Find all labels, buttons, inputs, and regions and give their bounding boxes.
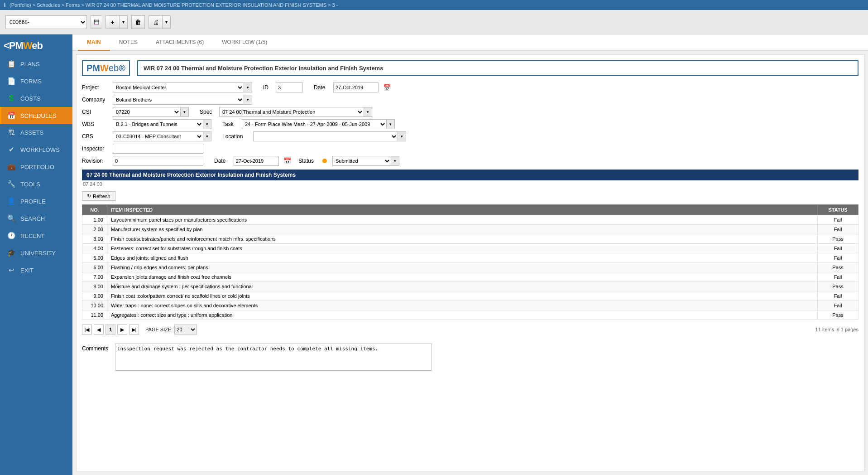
page-size-select[interactable]: 20 xyxy=(174,325,197,334)
spec-select-arrow[interactable]: ▾ xyxy=(364,107,372,117)
status-select[interactable]: Submitted xyxy=(332,156,391,166)
sidebar-label-university: UNIVERSITY xyxy=(20,250,56,257)
sidebar-item-costs[interactable]: 💲 COSTS xyxy=(0,90,72,107)
status-select-arrow[interactable]: ▾ xyxy=(391,156,399,166)
page-prev-button[interactable]: ◀ xyxy=(94,325,104,334)
table-row: 9.00 Finish coat :color/pattern correct/… xyxy=(82,291,858,301)
cell-item: Water traps : none: correct slopes on si… xyxy=(107,301,818,310)
csi-select-arrow[interactable]: ▾ xyxy=(181,107,189,117)
tab-workflow[interactable]: WORKFLOW (1/5) xyxy=(213,34,276,51)
table-row: 2.00 Manufacturer system as specified by… xyxy=(82,225,858,234)
cbs-select-arrow[interactable]: ▾ xyxy=(203,131,211,141)
col-header-no: NO. xyxy=(82,205,107,215)
cell-status: Fail xyxy=(818,225,858,234)
cbs-select[interactable]: 03-C03014 - MEP Consultant xyxy=(113,131,203,141)
cell-no: 5.00 xyxy=(82,253,107,263)
date-input[interactable] xyxy=(333,82,379,92)
info-icon[interactable]: ℹ xyxy=(4,2,6,9)
print-button[interactable]: 🖨 xyxy=(149,15,162,29)
tab-main[interactable]: MAIN xyxy=(78,34,110,51)
page-next-button[interactable]: ▶ xyxy=(117,325,127,334)
project-select-wrapper: Boston Medical Center ▾ xyxy=(113,82,252,92)
top-bar: ℹ (Portfolio) > Schedules > Forms > WIR … xyxy=(0,0,868,10)
id-input[interactable] xyxy=(276,82,303,92)
cbs-select-wrapper: 03-C03014 - MEP Consultant ▾ xyxy=(113,131,211,141)
cell-item: Finish coat :color/pattern correct/ no s… xyxy=(107,291,818,301)
col-header-item: ITEM INSPECTED xyxy=(107,205,818,215)
form-area: PMWeb® WIR 07 24 00 Thermal and Moisture… xyxy=(76,54,864,471)
cell-status: Fail xyxy=(818,301,858,310)
page-last-button[interactable]: ▶| xyxy=(129,325,139,334)
sidebar: <PMWeb 📋 PLANS 📄 FORMS 💲 COSTS 📅 SCHEDUL… xyxy=(0,34,72,475)
delete-button[interactable]: 🗑 xyxy=(131,15,145,29)
wbs-select[interactable]: B.2.1 - Bridges and Tunnels xyxy=(113,119,203,129)
university-icon: 🎓 xyxy=(7,249,16,257)
record-selector[interactable]: 000668- xyxy=(5,15,87,29)
forms-icon: 📄 xyxy=(7,77,16,85)
tab-attachments[interactable]: ATTACHMENTS (6) xyxy=(147,34,213,51)
add-button[interactable]: + xyxy=(106,15,119,29)
calendar-icon[interactable]: 📅 xyxy=(383,84,391,91)
cell-status: Fail xyxy=(818,272,858,282)
rev-calendar-icon[interactable]: 📅 xyxy=(283,157,291,165)
location-select[interactable] xyxy=(253,131,398,141)
sidebar-item-assets[interactable]: 🏗 ASSETS xyxy=(0,124,72,141)
sidebar-item-profile[interactable]: 👤 PROFILE xyxy=(0,193,72,210)
sidebar-item-search[interactable]: 🔍 SEARCH xyxy=(0,210,72,227)
sidebar-item-exit[interactable]: ↩ EXIT xyxy=(0,262,72,279)
table-body: 1.00 Layout/minimum panel sizes per manu… xyxy=(82,215,858,320)
tab-notes[interactable]: NOTES xyxy=(110,34,147,51)
inspector-label: Inspector xyxy=(82,145,109,152)
cell-no: 4.00 xyxy=(82,244,107,253)
sidebar-item-plans[interactable]: 📋 PLANS xyxy=(0,55,72,73)
task-label: Task xyxy=(222,121,238,127)
page-1-button[interactable]: 1 xyxy=(106,325,115,334)
wbs-select-arrow[interactable]: ▾ xyxy=(203,119,211,129)
pmweb-logo: PMWeb® xyxy=(82,60,130,76)
company-select[interactable]: Boland Brothers xyxy=(113,95,244,105)
task-select[interactable]: 24 - Form Place Wire Mesh - 27-Apr-2009 … xyxy=(242,119,387,129)
location-select-arrow[interactable]: ▾ xyxy=(398,131,406,141)
refresh-button[interactable]: ↻ Refresh xyxy=(82,191,115,201)
task-select-arrow[interactable]: ▾ xyxy=(387,119,395,129)
table-row: 8.00 Moisture and drainage system : per … xyxy=(82,282,858,291)
add-dropdown-button[interactable]: ▾ xyxy=(119,15,128,29)
exit-icon: ↩ xyxy=(7,266,16,274)
cell-no: 10.00 xyxy=(82,301,107,310)
search-icon: 🔍 xyxy=(7,214,16,223)
form-header: PMWeb® WIR 07 24 00 Thermal and Moisture… xyxy=(82,60,858,76)
status-select-wrapper: Submitted ▾ xyxy=(332,156,399,166)
rev-date-input[interactable] xyxy=(234,156,279,166)
project-select[interactable]: Boston Medical Center xyxy=(113,82,244,92)
sidebar-item-workflows[interactable]: ✔ WORKFLOWS xyxy=(0,141,72,158)
table-row: 4.00 Fasteners: correct set for substrat… xyxy=(82,244,858,253)
comments-textarea[interactable]: Insspection request was rejected as the … xyxy=(115,344,432,371)
spec-select[interactable]: 07 24 00 Thermal and Moisture Protection xyxy=(219,107,364,117)
page-info: 11 items in 1 pages xyxy=(815,327,858,332)
portfolio-icon: 💼 xyxy=(7,163,16,171)
page-first-button[interactable]: |◀ xyxy=(82,325,92,334)
field-row-project: Project Boston Medical Center ▾ ID Date … xyxy=(82,82,858,92)
table-row: 5.00 Edges and joints: aligned and flush… xyxy=(82,253,858,263)
csi-select[interactable]: 07220 xyxy=(113,107,181,117)
sidebar-item-schedules[interactable]: 📅 SCHEDULES xyxy=(0,107,72,124)
project-select-arrow[interactable]: ▾ xyxy=(244,82,252,92)
company-select-arrow[interactable]: ▾ xyxy=(244,95,252,105)
section-sub: 07 24 00 xyxy=(82,181,858,187)
sidebar-item-forms[interactable]: 📄 FORMS xyxy=(0,73,72,90)
print-dropdown-button[interactable]: ▾ xyxy=(162,15,171,29)
save-button[interactable]: 💾 xyxy=(91,15,102,29)
sidebar-item-tools[interactable]: 🔧 TOOLS xyxy=(0,175,72,193)
revision-input[interactable] xyxy=(113,156,203,166)
print-split-button: 🖨 ▾ xyxy=(149,15,171,29)
sidebar-item-university[interactable]: 🎓 UNIVERSITY xyxy=(0,244,72,262)
sidebar-label-recent: RECENT xyxy=(20,233,44,239)
pagination-controls: |◀ ◀ 1 ▶ ▶| PAGE SIZE: 20 xyxy=(82,322,197,337)
cell-status: Pass xyxy=(818,263,858,272)
inspector-input[interactable] xyxy=(113,144,203,154)
table-row: 11.00 Aggregates : correct size and type… xyxy=(82,310,858,320)
sidebar-item-portfolio[interactable]: 💼 PORTFOLIO xyxy=(0,158,72,175)
sidebar-item-recent[interactable]: 🕐 RECENT xyxy=(0,227,72,244)
pagination-bar: |◀ ◀ 1 ▶ ▶| PAGE SIZE: 20 11 items in 1 … xyxy=(82,320,858,339)
logo-area: <PMWeb xyxy=(0,34,72,55)
